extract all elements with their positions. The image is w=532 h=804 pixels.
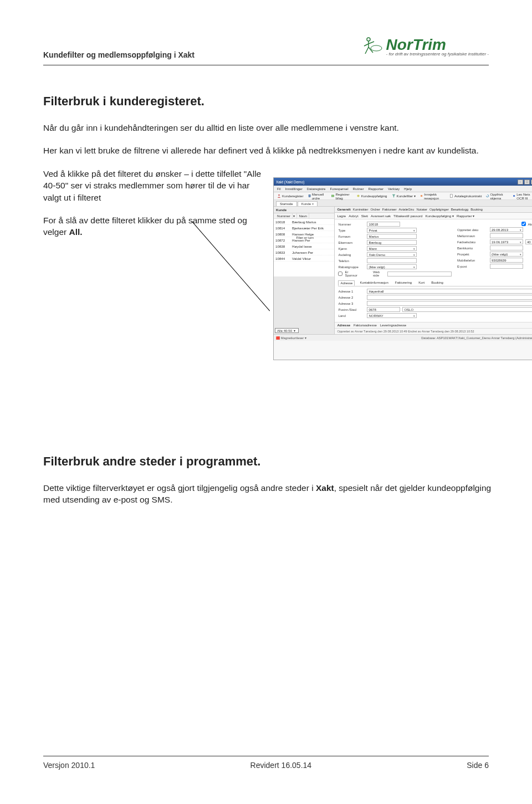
adresse1-field[interactable]: Høyenhall <box>367 289 532 294</box>
table-row[interactable]: 10018Bærlaug Marius <box>274 219 334 225</box>
tab-notater[interactable]: Notater <box>416 208 427 211</box>
rabatt-select[interactable]: (Ikke valgt) <box>367 264 417 269</box>
tb-label: Kundefilter <box>397 194 413 198</box>
land-label: Land <box>338 314 365 317</box>
etternavn-field[interactable]: Bærlaug <box>367 240 417 245</box>
tab-booking[interactable]: Booking <box>470 208 483 211</box>
para-4: For å slå av dette filteret klikker du p… <box>43 214 262 238</box>
status-bar: 🟥 Magnetkortleser ▾ Database: ASP101WAKT… <box>274 334 532 341</box>
kjonn-select[interactable]: Mann <box>367 246 417 251</box>
postnr-field[interactable]: 0678 <box>367 307 400 312</box>
bankkonto-field[interactable] <box>490 245 523 250</box>
col-label: Nummer <box>275 213 293 218</box>
menu-item[interactable]: Hjelp <box>404 187 412 191</box>
filter-dropdown[interactable]: Alle 40-50▾ <box>275 328 299 333</box>
telefon-field[interactable] <box>367 258 417 263</box>
delete-button[interactable]: Slett <box>361 214 368 218</box>
nummer-field[interactable]: 10018 <box>367 222 400 227</box>
aktiv-checkbox[interactable] <box>521 222 526 226</box>
adresse2-field[interactable] <box>367 295 532 300</box>
tab-adresse[interactable]: Adresse <box>338 280 355 286</box>
mellomnavn-field[interactable] <box>490 233 523 238</box>
toolbar-item[interactable]: Oppfrisk skjema <box>486 192 508 200</box>
land-select[interactable]: NORWAY <box>367 313 417 318</box>
contract-icon <box>449 194 453 198</box>
advsearch-button[interactable]: Avansert søk <box>371 214 391 218</box>
menu-item[interactable]: Verktøy <box>388 187 400 191</box>
save-button[interactable]: Lagre <box>337 214 346 218</box>
col-navn[interactable]: Navn <box>297 213 309 218</box>
menu-item[interactable]: Innstillinger <box>285 187 303 191</box>
tab-kort[interactable]: Kort <box>417 280 426 286</box>
toolbar-item[interactable]: Registrer bilag <box>331 192 351 200</box>
mobil-field[interactable]: 93028639 <box>490 258 523 263</box>
tab-leveringsadresse[interactable]: Leveringsadresse <box>380 324 406 327</box>
web-field[interactable] <box>387 272 452 276</box>
table-row[interactable]: 10844Valdal Viktor <box>274 255 334 262</box>
toolbar-item[interactable]: Kundeoppfølging <box>356 194 387 198</box>
tab-adresse2[interactable]: Adresse <box>337 324 350 327</box>
toolbar-item[interactable]: Les Nets OCR fil <box>513 192 532 200</box>
table-row[interactable]: 10838Høydal lasse <box>274 243 334 249</box>
toolbar-item[interactable]: Avtalegirokontrakt <box>449 194 482 198</box>
page-header: Kundefilter og medlemsoppfølging i Xakt … <box>43 36 489 65</box>
opprettet-field[interactable]: 29.08.2013 <box>490 227 523 232</box>
filter-icon <box>392 194 396 198</box>
tab-oppfolginger[interactable]: Oppfølginger <box>429 208 449 211</box>
maximize-button[interactable]: □ <box>524 180 530 185</box>
tab-kunde[interactable]: Kunde × <box>298 201 318 206</box>
tab-fakturaadresse[interactable]: Fakturaadresse <box>354 324 377 327</box>
menu-item[interactable]: Rutiner <box>353 187 364 191</box>
sponsor-checkbox[interactable] <box>338 272 342 276</box>
cancel-button[interactable]: Avbryt <box>349 214 358 218</box>
ledger-icon <box>331 194 334 198</box>
checkin-icon <box>420 194 423 198</box>
tab-booking2[interactable]: Booking <box>429 280 445 286</box>
tab-generelt[interactable]: Generelt <box>337 208 350 211</box>
para-2: Her kan vi lett bruke de filtrene vi all… <box>43 145 504 156</box>
tab-besokslogg[interactable]: Besøkslogg <box>451 208 468 211</box>
tab-kontrakter[interactable]: Kontrakter <box>353 208 369 211</box>
menu-item[interactable]: Fil <box>277 187 281 191</box>
type-select[interactable]: Privat <box>367 228 417 233</box>
menu-item[interactable]: Forespørsel <box>330 187 349 191</box>
toolbar-item[interactable]: Kundefilter▾ <box>392 194 416 198</box>
tab-ordrer[interactable]: Ordrer <box>370 208 380 211</box>
toolbar-item[interactable]: Manuell ordre <box>308 192 328 200</box>
toolbar-item[interactable]: Kunderegister <box>277 194 304 198</box>
close-icon[interactable]: × <box>312 202 314 206</box>
adresse3-field[interactable] <box>367 301 532 306</box>
address-footer-tabs: Adresse Fakturaadresse Leveringsadresse <box>335 322 532 328</box>
epost-field[interactable] <box>490 264 523 269</box>
tab-fakturering[interactable]: Fakturering <box>393 280 413 286</box>
kjonn-label: Kjønn <box>338 247 365 250</box>
status-label: Magnetkortleser <box>281 336 304 340</box>
avdeling-select[interactable]: Xakt Demo <box>367 252 417 257</box>
app-title: Xakt (Xakt Demo) <box>276 180 304 184</box>
menu-item[interactable]: Rapporter <box>369 187 384 191</box>
table-row[interactable]: 10833Johansen Per <box>274 249 334 255</box>
detail-toolbar: Lagre Avbryt Slett Avansert søk Tilbakes… <box>335 213 532 219</box>
cell: Hansen Helge <box>292 232 314 236</box>
col-nummer[interactable]: Nummer ▾ <box>274 213 297 218</box>
toolbar-item[interactable]: Innsjekk resepsjon <box>420 192 445 200</box>
tab-startside[interactable]: Startside <box>276 201 297 206</box>
followup-button[interactable]: Kundeoppfølging ▾ <box>425 214 454 218</box>
minimize-button[interactable]: – <box>518 180 523 185</box>
tab-fakturaer[interactable]: Fakturaer <box>382 208 397 211</box>
menu-bar: Fil Innstillinger Dataregistre Forespørs… <box>274 186 532 192</box>
table-row[interactable]: 10814Bjerkesæter Per Erik <box>274 225 334 231</box>
tb-label: Les Nets OCR fil <box>516 192 532 200</box>
empty-area <box>274 276 334 334</box>
sted-field[interactable]: OSLO <box>402 307 532 312</box>
menu-item[interactable]: Dataregistre <box>307 187 326 191</box>
reports-button[interactable]: Rapporter ▾ <box>457 214 474 218</box>
epost-label: E-post <box>457 265 488 268</box>
fornavn-field[interactable]: Marius <box>367 234 417 239</box>
tab-kontaktinfo[interactable]: Kontaktinformasjon <box>358 280 390 286</box>
prosjekt-select[interactable]: (Ikke valgt) <box>490 252 523 257</box>
tab-avtalegiro[interactable]: AvtaleGiro <box>398 208 414 211</box>
adresse2-label: Adresse 2 <box>338 296 365 299</box>
fodsel-field[interactable]: 19.06.1973 <box>490 239 523 244</box>
resetpwd-button[interactable]: Tilbakestill passord <box>393 214 422 218</box>
